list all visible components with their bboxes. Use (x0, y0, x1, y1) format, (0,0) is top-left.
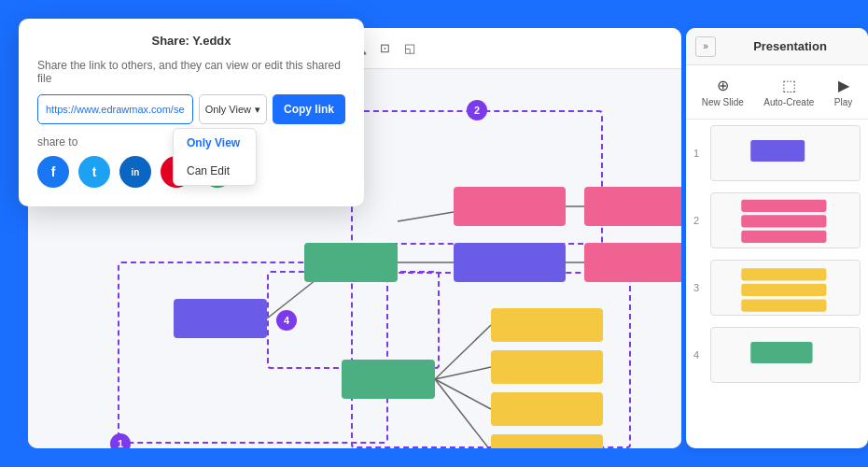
svg-rect-4 (741, 268, 826, 280)
panel-title: Presentation (721, 39, 859, 53)
slide-thumbnail (710, 260, 861, 316)
svg-rect-5 (741, 284, 826, 296)
svg-rect-1 (741, 200, 826, 212)
share-link-input[interactable] (37, 94, 193, 124)
slide-number: 1 (693, 148, 705, 159)
panel-actions: ⊕ New Slide ⬚ Auto-Create ▶ Play (686, 65, 868, 120)
diagram-shape[interactable] (584, 187, 681, 226)
expand-icon[interactable]: » (695, 36, 716, 57)
dialog-title: Share: Y.eddx (37, 34, 345, 48)
new-slide-label: New Slide (702, 97, 744, 107)
diagram-shape[interactable] (491, 392, 603, 426)
diagram-shape[interactable] (342, 360, 435, 399)
diagram-shape[interactable] (491, 350, 603, 384)
play-label: Play (834, 97, 852, 107)
play-button[interactable]: ▶ Play (827, 73, 860, 111)
auto-create-label: Auto-Create (763, 97, 814, 107)
right-panel: » Presentation ⊕ New Slide ⬚ Auto-Create… (686, 28, 868, 448)
slide-thumbnail (710, 125, 861, 181)
permission-label: Only View (205, 104, 251, 115)
share-link-row: Only View ▾ Copy link Only View Can Edit (37, 94, 345, 124)
diagram-shape[interactable] (491, 434, 603, 448)
svg-rect-2 (741, 215, 826, 227)
new-slide-icon: ⊕ (717, 77, 729, 94)
selection-label: 2 (467, 100, 487, 120)
twitter-social-icon[interactable]: t (78, 156, 110, 188)
select-tool[interactable]: ⊡ (373, 37, 396, 60)
diagram-shape[interactable] (454, 187, 566, 226)
slide-number: 3 (693, 282, 705, 293)
diagram-shape[interactable] (454, 243, 566, 282)
slide-item[interactable]: 3 (686, 254, 868, 321)
slide-number: 4 (693, 349, 705, 361)
panel-header: » Presentation (686, 28, 868, 65)
diagram-shape[interactable] (304, 243, 398, 282)
permission-arrow: ▾ (255, 104, 260, 116)
diagram-shape[interactable] (584, 243, 681, 282)
svg-rect-6 (741, 299, 826, 311)
slide-item[interactable]: 1 (686, 120, 868, 187)
new-slide-button[interactable]: ⊕ New Slide (694, 73, 751, 111)
auto-create-icon: ⬚ (782, 77, 796, 94)
dialog-subtitle: Share the link to others, and they can v… (37, 59, 345, 85)
svg-rect-3 (741, 231, 826, 243)
diagram-shape[interactable] (491, 308, 603, 342)
slide-number: 2 (693, 215, 705, 226)
share-dialog: Share: Y.eddx Share the link to others, … (19, 19, 364, 206)
svg-rect-7 (750, 342, 812, 363)
linkedin-social-icon[interactable]: in (119, 156, 151, 188)
diagram-shape[interactable] (174, 299, 267, 338)
slide-thumbnail (710, 192, 861, 248)
frame-tool[interactable]: ◱ (399, 37, 421, 60)
svg-rect-0 (750, 140, 805, 162)
can-edit-option[interactable]: Can Edit (174, 157, 256, 185)
copy-link-button[interactable]: Copy link (273, 94, 345, 124)
play-icon: ▶ (838, 77, 849, 94)
slide-item[interactable]: 4 (686, 321, 868, 389)
permission-select[interactable]: Only View ▾ (199, 94, 267, 124)
slide-thumbnail (710, 327, 861, 383)
auto-create-button[interactable]: ⬚ Auto-Create (756, 73, 821, 111)
slides-list: 1234 (686, 120, 868, 448)
selection-label: 4 (276, 310, 297, 331)
permission-dropdown: Only View Can Edit (173, 128, 257, 186)
facebook-social-icon[interactable]: f (37, 156, 69, 188)
only-view-option[interactable]: Only View (174, 129, 256, 157)
selection-label: 1 (110, 433, 131, 448)
slide-item[interactable]: 2 (686, 187, 868, 254)
